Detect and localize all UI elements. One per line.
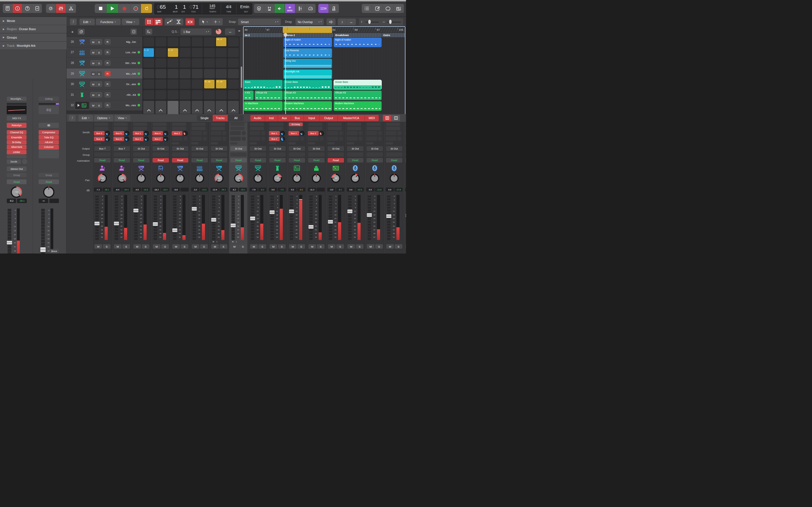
region-bass[interactable]: Bass bbox=[244, 80, 283, 90]
output-slot[interactable]: St Out bbox=[231, 146, 247, 151]
fader-track[interactable] bbox=[329, 195, 332, 240]
automation-slot[interactable]: Read bbox=[7, 179, 27, 184]
pane-splitter[interactable]: ◂▸ bbox=[238, 29, 243, 34]
grid-cell[interactable] bbox=[216, 58, 227, 68]
grid-cell[interactable] bbox=[155, 90, 166, 100]
peak-value-box[interactable]: -17.6 bbox=[395, 187, 403, 191]
mute-button[interactable]: M bbox=[91, 103, 96, 108]
grid-cell[interactable]: L...e bbox=[167, 48, 179, 57]
send-level-knob[interactable] bbox=[280, 136, 285, 142]
region-african-kit[interactable]: African Kit bbox=[334, 91, 382, 100]
midi-fx-slot[interactable]: MIDI FX bbox=[7, 116, 27, 121]
grid-cell[interactable] bbox=[192, 69, 203, 78]
automation-slot[interactable]: Read bbox=[347, 158, 363, 163]
db-value-box[interactable]: -6.4 bbox=[113, 187, 121, 191]
menu-edit[interactable]: Edit▼ bbox=[80, 18, 95, 25]
peak-value-box[interactable]: -28.3 bbox=[219, 187, 227, 191]
solo-button[interactable]: S bbox=[96, 61, 102, 66]
automation-slot[interactable]: Read bbox=[327, 158, 344, 163]
mute-button[interactable]: M bbox=[250, 244, 258, 249]
output-slot[interactable]: St Out bbox=[405, 146, 406, 151]
solo-button[interactable]: S bbox=[96, 82, 102, 87]
insert-slot-empty[interactable] bbox=[172, 127, 186, 130]
insert-slot-empty[interactable] bbox=[269, 127, 283, 130]
grid-cell[interactable] bbox=[216, 69, 227, 78]
solo-button[interactable]: S bbox=[239, 244, 247, 249]
pan-knob[interactable]: +15 bbox=[351, 174, 360, 183]
track-header-27[interactable]: 27MSRLos...rse bbox=[66, 47, 142, 58]
view-button-single[interactable]: Single bbox=[197, 115, 213, 121]
pan-knob[interactable] bbox=[253, 174, 262, 183]
insert-slot-empty[interactable] bbox=[386, 122, 400, 126]
region-lost-reverse[interactable]: Lost Reverse bbox=[283, 48, 332, 58]
grid-cell[interactable] bbox=[167, 69, 179, 78]
output-slot[interactable]: St Out bbox=[192, 146, 208, 151]
send-mini-slot[interactable] bbox=[347, 142, 354, 145]
record-button[interactable] bbox=[118, 4, 131, 13]
filter-button-audio[interactable]: Audio bbox=[250, 115, 265, 121]
region-inspector-button[interactable]: R bbox=[146, 29, 152, 35]
arrangement-lane-breakdown[interactable]: Breakdown bbox=[334, 33, 382, 37]
output-slot[interactable]: Bus 7 bbox=[114, 146, 130, 151]
grid-cell[interactable] bbox=[155, 48, 166, 57]
send-mini-slot[interactable] bbox=[327, 142, 335, 145]
mute-button[interactable]: M bbox=[192, 244, 199, 249]
play-button[interactable] bbox=[107, 4, 118, 13]
region-string-vox[interactable]: String Vox bbox=[283, 59, 332, 68]
marker-pad-verse-2[interactable] bbox=[180, 101, 191, 114]
grid-cell[interactable] bbox=[155, 69, 166, 78]
back-button[interactable]: ⤴ bbox=[70, 18, 77, 25]
insert-slot-empty[interactable] bbox=[250, 127, 264, 130]
audio-fx-slot[interactable]: Limiter bbox=[7, 150, 27, 154]
track-header-31[interactable]: 31MSRAfri...Kit bbox=[66, 90, 142, 100]
send-mini-slot[interactable] bbox=[191, 142, 199, 145]
peak-value-box[interactable]: -12.8 bbox=[375, 187, 383, 191]
db-value-box[interactable]: -3.0 bbox=[327, 187, 336, 191]
send-mini-slot[interactable] bbox=[152, 142, 160, 145]
db-value-box[interactable]: -7.5 bbox=[250, 187, 258, 191]
insert-slot-empty[interactable] bbox=[211, 122, 225, 126]
send-level-knob[interactable] bbox=[144, 136, 149, 142]
back-button[interactable]: ⤴ bbox=[69, 115, 75, 121]
record-enable-button[interactable]: R bbox=[105, 92, 110, 98]
group-slot[interactable] bbox=[231, 152, 247, 157]
send-level-knob[interactable] bbox=[319, 131, 324, 136]
region-african-kit[interactable]: African Kit bbox=[255, 91, 283, 100]
grid-cell[interactable] bbox=[180, 79, 191, 89]
mute-button[interactable]: M bbox=[114, 244, 121, 249]
send-slot[interactable]: Bus 2 bbox=[172, 131, 183, 135]
grid-cell[interactable] bbox=[204, 90, 215, 100]
grid-cell[interactable] bbox=[228, 37, 239, 47]
send-level-knob[interactable] bbox=[105, 136, 110, 142]
grid-cell[interactable] bbox=[228, 90, 239, 100]
send-slot-empty[interactable] bbox=[191, 131, 202, 135]
group-slot[interactable] bbox=[289, 152, 305, 157]
inspector-info-button[interactable] bbox=[13, 4, 22, 13]
inspector-section-ocean-bass[interactable]: ▶Region:Ocean Bass bbox=[0, 25, 66, 33]
filter-button-input[interactable]: Input bbox=[304, 115, 320, 121]
send-slot-empty[interactable] bbox=[308, 136, 319, 141]
grid-cell[interactable] bbox=[143, 90, 154, 100]
lcd-display[interactable]: 065BAR1BEAT1DIV071TICK145KEEPTEMPO4/4TIM… bbox=[154, 3, 252, 14]
grid-cell[interactable] bbox=[167, 37, 179, 47]
fader-track[interactable] bbox=[134, 195, 138, 240]
media-browser-button[interactable] bbox=[394, 4, 404, 13]
mute-button[interactable]: M bbox=[133, 244, 141, 249]
solo-button[interactable]: S bbox=[356, 244, 363, 249]
pan-knob[interactable]: -64 bbox=[98, 174, 107, 183]
peak-value-box[interactable]: -42.0 bbox=[356, 187, 364, 191]
view-button-tracks[interactable]: Tracks bbox=[213, 115, 229, 121]
automation-slot[interactable]: Read bbox=[366, 158, 383, 163]
tuner-fader-button[interactable] bbox=[295, 4, 305, 13]
fader-track[interactable] bbox=[232, 195, 235, 240]
peak-value-box[interactable]: -13.3 bbox=[200, 187, 208, 191]
flex-button[interactable] bbox=[174, 18, 183, 25]
pan-knob[interactable] bbox=[312, 174, 321, 183]
insert-slot-empty[interactable] bbox=[308, 127, 322, 130]
send-slot-empty[interactable] bbox=[230, 136, 241, 141]
region-african-kit[interactable]: African Kit bbox=[283, 91, 332, 100]
db-value-box[interactable]: 0.0 bbox=[405, 187, 406, 191]
grid-cell[interactable] bbox=[216, 48, 227, 57]
grid-cell[interactable] bbox=[155, 58, 166, 68]
db-value-box[interactable]: 0.0 bbox=[386, 187, 394, 191]
